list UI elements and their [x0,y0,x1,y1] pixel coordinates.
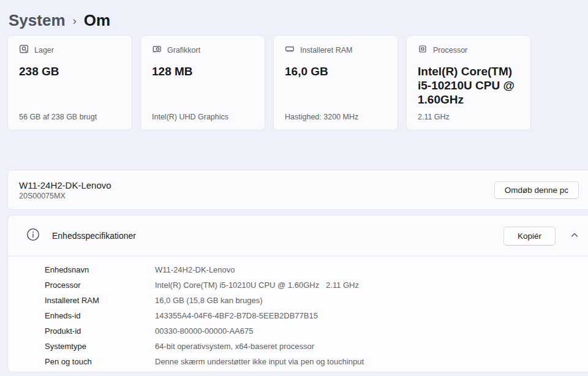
graphics-card-value: 128 MB [152,64,254,78]
device-specifications-card: Enhedsspecifikationer Kopiér Enhedsnavn … [7,215,588,372]
storage-card-caption: 56 GB af 238 GB brugt [19,113,121,121]
device-specifications-title: Enhedsspecifikationer [52,231,136,241]
graphics-card: Grafikkort 128 MB Intel(R) UHD Graphics [140,35,265,130]
breadcrumb-system[interactable]: System [9,11,66,30]
breadcrumb: System › Om [0,0,588,35]
breadcrumb-separator-icon: › [73,13,77,28]
storage-card-value: 238 GB [19,64,121,78]
processor-card-caption: 2.11 GHz [418,113,519,121]
chevron-up-icon [570,231,579,241]
summary-cards: Lager 238 GB 56 GB af 238 GB brugt Grafi… [7,35,581,130]
processor-card-value: Intel(R) Core(TM) i5-10210U CPU @ 1.60GH… [418,64,519,107]
ram-card-label: Installeret RAM [300,46,352,55]
device-name: W11-24H2-DK-Lenovo [19,180,111,190]
copy-button[interactable]: Kopiér [503,227,556,246]
processor-card-label: Processor [433,46,467,55]
graphics-card-caption: Intel(R) UHD Graphics [152,113,254,121]
ram-card-value: 16,0 GB [285,64,386,78]
collapse-expander-button[interactable] [565,227,584,245]
info-icon [26,228,40,244]
spec-row-system-type: Systemtype 64-bit operativsystem, x64-ba… [45,339,588,354]
gpu-icon [152,44,162,56]
storage-icon [19,44,29,56]
device-specifications-header[interactable]: Enhedsspecifikationer Kopiér [8,216,588,256]
cpu-icon [418,44,428,56]
device-name-card: W11-24H2-DK-Lenovo 20S00075MX Omdøb denn… [7,170,588,210]
ram-icon [285,44,295,56]
ram-card-caption: Hastighed: 3200 MHz [285,113,386,121]
ram-card: Installeret RAM 16,0 GB Hastighed: 3200 … [273,35,398,130]
spec-row-pen-touch: Pen og touch Denne skærm understøtter ik… [45,354,588,369]
storage-card: Lager 238 GB 56 GB af 238 GB brugt [7,35,132,130]
device-model: 20S00075MX [19,192,111,200]
graphics-card-label: Grafikkort [167,46,200,55]
processor-card: Processor Intel(R) Core(TM) i5-10210U CP… [406,35,531,130]
device-specifications-list: Enhedsnavn W11-24H2-DK-Lenovo Processor … [8,257,588,372]
spec-row-device-id: Enheds-id 143355A4-04F6-4BF2-B7D8-5EEB2D… [45,308,588,323]
storage-card-label: Lager [34,46,54,55]
spec-row-installed-ram: Installeret RAM 16,0 GB (15,8 GB kan bru… [45,293,588,308]
spec-row-product-id: Produkt-id 00330-80000-00000-AA675 [45,323,588,339]
spec-row-processor: Processor Intel(R) Core(TM) i5-10210U CP… [45,277,588,293]
rename-pc-button[interactable]: Omdøb denne pc [494,181,579,199]
page-title: Om [84,11,110,30]
spec-row-device-name: Enhedsnavn W11-24H2-DK-Lenovo [45,262,588,277]
